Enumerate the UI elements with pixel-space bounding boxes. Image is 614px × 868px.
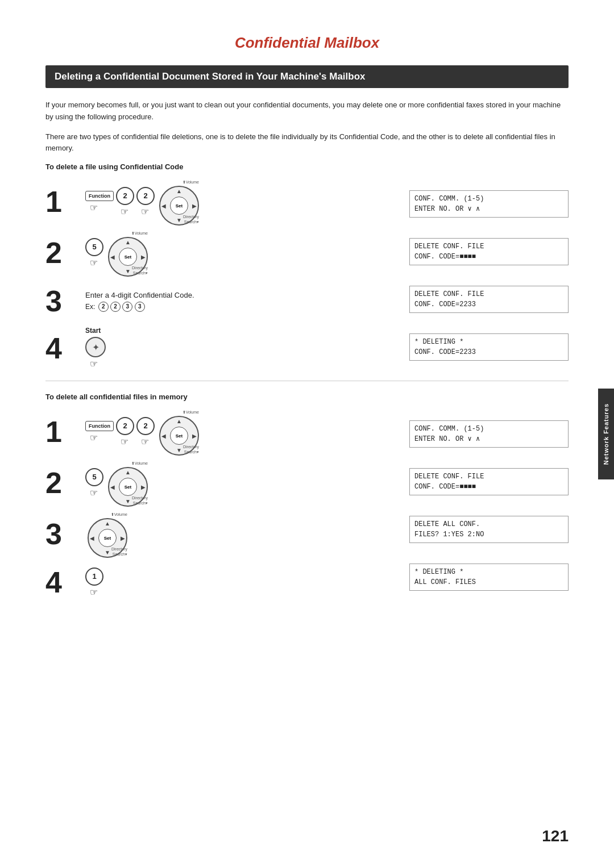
finger-icon-5a: ☞ xyxy=(90,257,98,268)
lcd-s1-4-line1: * DELETING * xyxy=(414,337,563,347)
set-button-1a: Set xyxy=(170,197,188,215)
lcd-s2-step3: DELETE ALL CONF. FILES? 1:YES 2:NO xyxy=(409,516,569,543)
dir-label-1a: DirectorySearch▾ xyxy=(183,215,199,224)
s2-nav-cluster-2: ⬆Volume ▲ ▼ ◀ ▶ Set xyxy=(108,460,148,506)
ex-circle-2a: 2 xyxy=(98,302,109,312)
s2-num2a-group: 2 ☞ xyxy=(116,417,134,447)
s2-nav-left-3: ◀ xyxy=(90,535,94,541)
nav-left-1a: ◀ xyxy=(161,203,166,209)
nav-down-1a: ▼ xyxy=(176,217,182,223)
section-header: Deleting a Confidential Document Stored … xyxy=(45,65,569,88)
step1-buttons: Function ☞ 2 ☞ 2 ☞ xyxy=(85,179,199,224)
ex-circle-3a: 3 xyxy=(122,302,132,312)
section1-step2-content: 5 ☞ ⬆Volume ▲ ▼ xyxy=(80,230,398,276)
num2a-group: 2 ☞ xyxy=(116,187,134,217)
section2-step3-row: 3 ⬆Volume ▲ ▼ ◀ ▶ Set xyxy=(45,511,398,557)
nav-up-1a: ▲ xyxy=(176,188,182,194)
s2-num2b-group: 2 ☞ xyxy=(136,417,155,447)
s2-nav-up-2: ▲ xyxy=(125,469,131,475)
section2-step1-content: Function ☞ 2 ☞ 2 ☞ ⬆Volume xyxy=(80,409,398,454)
finger-icon-2a: ☞ xyxy=(121,206,128,217)
sidebar-tab-label: Network Features xyxy=(603,403,609,465)
dir-label-2a: DirectorySearch▾ xyxy=(132,266,148,276)
lcd-s1-4-line2: CONF. CODE=2233 xyxy=(414,347,563,357)
s2-vol-label-3: ⬆Volume xyxy=(111,512,127,517)
step-number-3a: 3 xyxy=(45,286,80,316)
step-number-1a: 1 xyxy=(45,187,80,216)
s2-step2-button-group: 5 ☞ ⬆Volume ▲ ▼ ◀ ▶ xyxy=(85,460,148,506)
step-number-2b: 2 xyxy=(45,468,80,498)
nav-right-2a: ▶ xyxy=(141,254,146,260)
section2-step4-content: 1 ☞ xyxy=(80,562,398,602)
ex-circle-3b: 3 xyxy=(135,302,145,312)
start-button-group: ✦ ☞ xyxy=(85,337,106,369)
s2-num5-button: 5 xyxy=(85,468,103,486)
page-title: Confidential Mailbox xyxy=(45,34,569,52)
lcd-s1-step1: CONF. COMM. (1-5) ENTER NO. OR ∨ ∧ xyxy=(409,190,569,218)
s2-set-button-2: Set xyxy=(119,478,137,496)
page-number: 121 xyxy=(542,827,569,845)
finger-icon-start: ☞ xyxy=(90,358,98,369)
lcd-s2-1-line1: CONF. COMM. (1-5) xyxy=(414,424,563,434)
nav-right-1a: ▶ xyxy=(192,203,197,209)
section1-step2-row: 2 5 ☞ ⬆Volume xyxy=(45,230,398,276)
s2-num2b-button: 2 xyxy=(136,417,155,435)
subsection2-label: To delete all confidential files in memo… xyxy=(45,393,569,401)
step3-ex: Ex: 2 2 3 3 xyxy=(85,302,145,312)
lcd-s1-1-line2: ENTER NO. OR ∨ ∧ xyxy=(414,204,563,214)
subsection1-label: To delete a file using Confidential Code xyxy=(45,162,569,171)
step-number-1b: 1 xyxy=(45,417,80,446)
s2-nav-cluster-3: ⬆Volume ▲ ▼ ◀ ▶ Set DirectorySearch xyxy=(88,511,127,557)
section2-step4-row: 4 1 ☞ xyxy=(45,562,398,602)
vol-label-1a: ⬆Volume xyxy=(182,180,199,185)
lcd-s1-step3: DELETE CONF. FILE CONF. CODE=2233 xyxy=(409,286,569,313)
s2-nav-down-3: ▼ xyxy=(105,549,110,556)
section2-step2-row: 2 5 ☞ ⬆Volume ▲ xyxy=(45,460,398,506)
num2b-group: 2 ☞ xyxy=(136,187,155,217)
s2-nav-up-1: ▲ xyxy=(176,418,182,424)
vol-label-2a: ⬆Volume xyxy=(131,231,148,236)
section2-steps-left: 1 Function ☞ 2 ☞ 2 ☞ xyxy=(45,409,398,602)
start-button: ✦ xyxy=(85,337,106,357)
lcd-s2-1-line2: ENTER NO. OR ∨ ∧ xyxy=(414,434,563,444)
step-number-4a: 4 xyxy=(45,333,80,363)
s2-finger-5: ☞ xyxy=(90,487,98,498)
s2-finger-func: ☞ xyxy=(90,432,98,443)
lcd-s1-step2: DELETE CONF. FILE CONF. CODE=■■■■ xyxy=(409,238,569,265)
lcd-s2-2-line2: CONF. CODE=■■■■ xyxy=(414,482,563,492)
section2-lcd-col: CONF. COMM. (1-5) ENTER NO. OR ∨ ∧ DELET… xyxy=(409,409,569,602)
section2-step3-content: ⬆Volume ▲ ▼ ◀ ▶ Set DirectorySearch xyxy=(80,511,398,557)
s2-nav-down-1: ▼ xyxy=(176,447,182,453)
lcd-s2-4-line1: * DELETING * xyxy=(414,567,563,577)
s2-num1-button: 1 xyxy=(85,567,103,586)
network-features-tab: Network Features xyxy=(598,389,614,479)
start-label: Start xyxy=(85,327,101,335)
section1-layout: 1 Function ☞ 2 ☞ xyxy=(45,179,569,369)
s2-finger-2b: ☞ xyxy=(141,436,149,447)
step2-button-group: 5 ☞ ⬆Volume ▲ ▼ xyxy=(85,230,148,276)
finger-icon-2b: ☞ xyxy=(141,206,149,217)
s2-vol-label-1: ⬆Volume xyxy=(182,410,199,415)
section1-step1-row: 1 Function ☞ 2 ☞ xyxy=(45,179,398,224)
section1-step4-content: Start ✦ ☞ xyxy=(80,327,398,369)
section2-step1-row: 1 Function ☞ 2 ☞ 2 ☞ xyxy=(45,409,398,454)
num2b-button: 2 xyxy=(136,187,155,205)
s2-finger-1: ☞ xyxy=(90,587,98,598)
nav-down-2a: ▼ xyxy=(125,268,131,274)
section2-layout: 1 Function ☞ 2 ☞ 2 ☞ xyxy=(45,409,569,602)
lcd-s2-step1: CONF. COMM. (1-5) ENTER NO. OR ∨ ∧ xyxy=(409,420,569,448)
lcd-s2-step4: * DELETING * ALL CONF. FILES xyxy=(409,564,569,591)
section1-step3-row: 3 Enter a 4-digit Confidential Code. Ex:… xyxy=(45,281,398,321)
page-container: Network Features Confidential Mailbox De… xyxy=(0,0,614,868)
s2-step1-button-group: Function ☞ 2 ☞ 2 ☞ ⬆Volume xyxy=(85,409,199,454)
lcd-s2-3-line1: DELETE ALL CONF. xyxy=(414,519,563,529)
intro-paragraph-2: There are two types of confidential file… xyxy=(45,131,569,155)
lcd-s1-1-line1: CONF. COMM. (1-5) xyxy=(414,194,563,204)
s2-nav-left-2: ◀ xyxy=(110,484,115,490)
lcd-s2-3-line2: FILES? 1:YES 2:NO xyxy=(414,529,563,540)
step-number-4b: 4 xyxy=(45,567,80,597)
s2-nav-down-2: ▼ xyxy=(125,498,131,504)
section1-steps-left: 1 Function ☞ 2 ☞ xyxy=(45,179,398,369)
s2-dir-label-3: DirectorySearch▾ xyxy=(111,547,127,557)
s2-nav-left-1: ◀ xyxy=(161,433,166,439)
